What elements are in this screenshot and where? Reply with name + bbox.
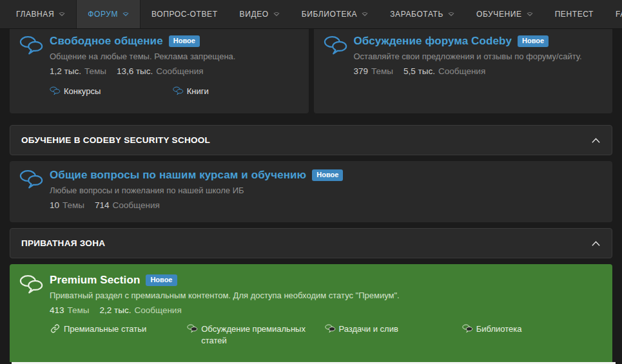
section-header-school[interactable]: ОБУЧЕНИЕ В CODEBY SECURITY SCHOOL <box>10 125 612 155</box>
subforum-label: Раздачи и слив <box>339 323 398 335</box>
chevron-down-icon <box>273 12 280 17</box>
forum-stats: 1,2 тыс. Темы 13,6 тыс. Сообщения <box>50 66 296 76</box>
comments-icon <box>50 86 61 95</box>
forum-title-link[interactable]: Обсуждение форума Codeby <box>354 35 512 48</box>
forum-node-premium-section: Premium Section Новое Приватный раздел с… <box>10 264 612 362</box>
forum-title-link[interactable]: Общие вопросы по нашим курсам и обучению <box>50 169 306 182</box>
subforum-link-giveaways[interactable]: Раздачи и слив <box>325 323 462 346</box>
nav-item-education[interactable]: ОБУЧЕНИЕ <box>465 0 544 28</box>
nav-item-pentest[interactable]: ПЕНТЕСТ <box>544 0 605 28</box>
subforum-link-konkursy[interactable]: Конкурсы <box>50 86 173 97</box>
new-badge: Новое <box>312 169 343 181</box>
subforum-link-premium-discussion[interactable]: Обсуждение премиальных статей <box>187 323 324 346</box>
messages-label: Сообщения <box>156 66 203 76</box>
subforum-list: Премиальные статьи Обсуждение премиальны… <box>50 323 599 346</box>
nav-item-label: ФОРУМ <box>88 10 118 19</box>
topics-count: 379 <box>354 66 369 76</box>
topics-label: Темы <box>84 66 106 76</box>
nav-item-label: ЗАРАБОТАТЬ <box>390 10 443 19</box>
messages-label: Сообщения <box>134 305 181 315</box>
chevron-down-icon <box>527 12 533 17</box>
nav-item-video[interactable]: ВИДЕО <box>229 0 291 28</box>
chevron-up-icon[interactable] <box>591 240 601 247</box>
nav-item-label: ВОПРОС-ОТВЕТ <box>151 10 218 19</box>
new-badge: Новое <box>518 35 549 47</box>
forum-stats: 379 Темы 5,5 тыс. Сообщения <box>354 66 600 76</box>
messages-label: Сообщения <box>438 66 485 76</box>
comments-icon <box>173 86 184 95</box>
chevron-down-icon <box>362 12 368 17</box>
topics-label: Темы <box>371 66 393 76</box>
chevron-down-icon <box>448 12 454 17</box>
subforum-label: Конкурсы <box>64 86 101 97</box>
nav-item-label: ОБУЧЕНИЕ <box>476 10 522 19</box>
new-badge: Новое <box>146 274 177 286</box>
nav-item-label: БИБЛИОТЕКА <box>302 10 358 19</box>
subforum-label: Обсуждение премиальных статей <box>201 323 316 346</box>
topics-count: 1,2 тыс. <box>50 66 81 76</box>
subforum-link-knigi[interactable]: Книги <box>173 86 296 97</box>
forum-title-link[interactable]: Premium Section <box>50 274 140 287</box>
forum-node-free-chat: Свободное общение Новое Общение на любые… <box>10 29 309 113</box>
chevron-down-icon <box>59 12 65 17</box>
forum-stats: 413 Темы 2,2 тыс. Сообщения <box>50 305 599 315</box>
messages-label: Сообщения <box>113 200 160 210</box>
messages-count: 2,2 тыс. <box>100 305 131 315</box>
nav-item-forum[interactable]: ФОРУМ <box>76 0 141 28</box>
topics-count: 413 <box>50 305 64 315</box>
subforum-label: Библиотека <box>476 323 522 335</box>
subforum-link-premium-articles[interactable]: Премиальные статьи <box>50 323 187 346</box>
nav-item-faq[interactable]: FAQ <box>605 0 622 28</box>
forum-title-link[interactable]: Свободное общение <box>50 35 163 48</box>
topics-count: 10 <box>50 200 59 210</box>
comments-icon <box>462 324 473 333</box>
nav-item-home[interactable]: ГЛАВНАЯ <box>5 0 76 28</box>
section-title: ОБУЧЕНИЕ В CODEBY SECURITY SCHOOL <box>21 135 210 145</box>
comments-icon <box>19 274 44 294</box>
nav-item-label: FAQ <box>616 10 622 19</box>
chevron-down-icon <box>122 12 129 17</box>
subforum-label: Премиальные статьи <box>64 323 146 335</box>
nav-item-label: ВИДЕО <box>240 10 269 19</box>
nav-item-label: ГЛАВНАЯ <box>16 10 54 19</box>
nav-item-qa[interactable]: ВОПРОС-ОТВЕТ <box>141 0 229 28</box>
forum-stats: 10 Темы 714 Сообщения <box>50 200 599 210</box>
subforum-label: Книги <box>187 86 209 97</box>
forum-description: Любые вопросы и пожелания по нашей школе… <box>50 186 599 195</box>
new-badge: Новое <box>169 35 200 47</box>
chevron-up-icon[interactable] <box>591 137 601 144</box>
topics-label: Темы <box>63 200 84 210</box>
section-header-private[interactable]: ПРИВАТНАЯ ЗОНА <box>10 228 612 258</box>
forum-description: Приватный раздел с премиальным контентом… <box>50 291 599 300</box>
messages-count: 714 <box>95 200 110 210</box>
section-title: ПРИВАТНАЯ ЗОНА <box>21 238 105 248</box>
forum-node-codeby-discussion: Обсуждение форума Codeby Новое Оставляйт… <box>314 29 613 113</box>
comments-icon <box>19 35 44 55</box>
link-icon <box>50 324 61 333</box>
forum-page: ГЛАВНАЯ ФОРУМ ВОПРОС-ОТВЕТ ВИДЕО БИБЛИОТ… <box>0 0 622 364</box>
forum-description: Оставляйте свои предложения и отзывы по … <box>354 52 600 61</box>
nav-item-label: ПЕНТЕСТ <box>555 10 594 19</box>
messages-count: 13,6 тыс. <box>117 66 153 76</box>
nav-item-earn[interactable]: ЗАРАБОТАТЬ <box>379 0 465 28</box>
subforum-list: Конкурсы Книги <box>50 86 296 97</box>
forum-node-row: Свободное общение Новое Общение на любые… <box>10 29 612 113</box>
subforum-link-library[interactable]: Библиотека <box>462 323 599 346</box>
forum-node-course-questions: Общие вопросы по нашим курсам и обучению… <box>10 161 612 222</box>
nav-item-library[interactable]: БИБЛИОТЕКА <box>291 0 380 28</box>
forum-description: Общение на любые темы. Реклама запрещена… <box>50 52 296 61</box>
comments-icon <box>325 324 336 333</box>
topics-label: Темы <box>68 305 90 315</box>
main-nav: ГЛАВНАЯ ФОРУМ ВОПРОС-ОТВЕТ ВИДЕО БИБЛИОТ… <box>0 0 622 29</box>
comments-icon <box>19 169 44 189</box>
comments-icon <box>324 35 348 55</box>
comments-icon <box>187 324 198 333</box>
messages-count: 5,5 тыс. <box>403 66 435 76</box>
